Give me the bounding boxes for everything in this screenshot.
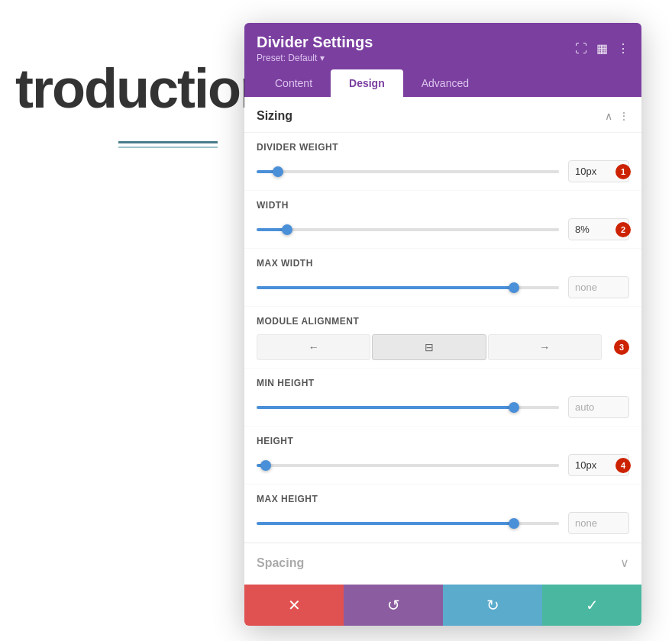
save-button[interactable]: ✓ (542, 585, 641, 626)
module-alignment-control: ← ⊟ → 3 (257, 334, 629, 360)
divider-weight-row: Divider Weight 1 (244, 133, 641, 191)
tab-content[interactable]: Content (257, 69, 331, 97)
module-alignment-badge: 3 (614, 340, 629, 355)
max-height-slider[interactable] (257, 522, 559, 525)
cancel-button[interactable]: ✕ (244, 585, 344, 626)
max-width-input[interactable] (568, 276, 629, 298)
sizing-collapse-icon[interactable]: ∧ (605, 110, 612, 122)
sizing-section-icons: ∧ ⋮ (605, 110, 629, 122)
undo-button[interactable]: ↺ (344, 585, 443, 626)
modal-body: Sizing ∧ ⋮ Divider Weight 1 (244, 97, 641, 585)
fullscreen-icon[interactable]: ⛶ (575, 42, 587, 56)
height-row: Height 4 (244, 427, 641, 485)
alignment-group: ← ⊟ → (257, 334, 602, 360)
divider-weight-control: 1 (257, 160, 629, 182)
max-height-label: Max Height (257, 494, 629, 504)
min-height-row: Min Height (244, 369, 641, 427)
settings-modal: Divider Settings Preset: Default ▾ ⛶ ▦ ⋮… (244, 23, 641, 626)
spacing-expand-icon[interactable]: ∨ (620, 556, 629, 570)
modal-preset[interactable]: Preset: Default ▾ (257, 53, 373, 63)
max-width-control (257, 276, 629, 298)
height-badge: 4 (615, 458, 631, 473)
height-control: 4 (257, 454, 629, 476)
min-height-control (257, 396, 629, 418)
divider-weight-label: Divider Weight (257, 142, 629, 153)
redo-button[interactable]: ↻ (443, 585, 542, 626)
modal-title: Divider Settings (257, 34, 373, 51)
module-alignment-label: Module Alignment (257, 316, 629, 327)
sizing-title: Sizing (257, 109, 292, 123)
tab-design[interactable]: Design (331, 69, 403, 97)
width-row: Width 2 (244, 191, 641, 249)
min-height-slider[interactable] (257, 406, 559, 409)
modal-tabs: Content Design Advanced (257, 69, 629, 97)
sizing-section-header: Sizing ∧ ⋮ (244, 97, 641, 133)
max-height-value-box (568, 512, 629, 534)
module-alignment-row: Module Alignment ← ⊟ → 3 (244, 307, 641, 369)
width-control: 2 (257, 218, 629, 240)
align-left-button[interactable]: ← (257, 334, 370, 360)
max-width-slider[interactable] (257, 286, 559, 289)
min-height-input[interactable] (568, 396, 629, 418)
max-height-row: Max Height (244, 485, 641, 543)
spacing-title: Spacing (257, 556, 304, 570)
min-height-value-box (568, 396, 629, 418)
spacing-section[interactable]: Spacing ∨ (244, 543, 641, 582)
width-slider[interactable] (257, 228, 559, 231)
tab-advanced[interactable]: Advanced (403, 69, 487, 97)
max-height-input[interactable] (568, 512, 629, 534)
alignment-badge-box: 3 (614, 340, 629, 355)
divider-weight-badge: 1 (615, 164, 631, 179)
width-value-box: 2 (568, 218, 629, 240)
modal-footer: ✕ ↺ ↻ ✓ (244, 585, 641, 626)
menu-icon[interactable]: ⋮ (617, 41, 629, 56)
modal-header: Divider Settings Preset: Default ▾ ⛶ ▦ ⋮… (244, 23, 641, 97)
height-slider[interactable] (257, 464, 559, 467)
height-value-box: 4 (568, 454, 629, 476)
width-badge: 2 (615, 222, 631, 237)
max-height-control (257, 512, 629, 534)
align-right-button[interactable]: → (488, 334, 602, 360)
width-label: Width (257, 200, 629, 211)
height-label: Height (257, 436, 629, 446)
divider-weight-slider[interactable] (257, 170, 559, 173)
sizing-more-icon[interactable]: ⋮ (619, 110, 629, 122)
header-icons: ⛶ ▦ ⋮ (575, 41, 629, 56)
max-width-label: Max Width (257, 258, 629, 269)
align-center-button[interactable]: ⊟ (372, 334, 486, 360)
columns-icon[interactable]: ▦ (596, 41, 608, 56)
divider-weight-value-box: 1 (568, 160, 629, 182)
max-width-row: Max Width (244, 249, 641, 307)
background-divider (118, 141, 218, 148)
min-height-label: Min Height (257, 378, 629, 388)
max-width-value-box (568, 276, 629, 298)
